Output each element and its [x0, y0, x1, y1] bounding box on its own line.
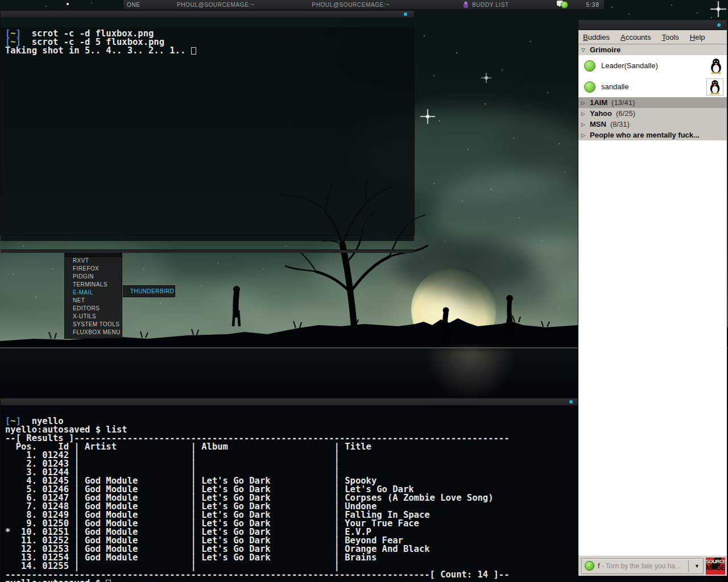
buddy-available-icon — [584, 60, 595, 72]
group-row-1aim[interactable]: ▷1AIM (13/41) — [578, 97, 727, 108]
taskbar-window-terminal-2[interactable]: PHOUL@SOURCEMAGE:~ — [283, 0, 418, 9]
buddy-list: ▽GrimoireLeader(Sandalle)sandalle▷1AIM (… — [578, 44, 727, 555]
menu-item-editors[interactable]: EDITORS — [65, 305, 122, 313]
group-count: (6/25) — [616, 109, 635, 118]
terminal-cursor — [106, 580, 111, 582]
wallpaper-moon-reflection — [428, 349, 513, 399]
window-button-icon[interactable] — [404, 13, 407, 16]
window-button-icon[interactable] — [569, 400, 573, 404]
menu-item-thunderbird[interactable]: THUNDERBIRD — [123, 288, 174, 296]
menubar-item-accounts[interactable]: Accounts — [621, 33, 651, 41]
group-row-yahoo[interactable]: ▷Yahoo (6/25) — [578, 108, 727, 119]
menu-item-net[interactable]: NET — [65, 297, 122, 305]
status-message: f - Torn by the fate you ha... — [598, 562, 685, 570]
terminal-window-top: [~] scrot -c -d fluxbox.png [~] scrot -c… — [0, 10, 415, 235]
menu-item-rxvt[interactable]: RXVT — [65, 257, 122, 265]
terminal-top-content[interactable]: [~] scrot -c -d fluxbox.png [~] scrot -c… — [1, 27, 414, 241]
terminal-cursor — [191, 47, 196, 55]
group-row-people-who-are-mentally-fuck-[interactable]: ▷People who are mentally fuck... — [578, 130, 727, 140]
terminal-top-titlebar[interactable] — [1, 11, 414, 18]
status-available-icon — [585, 561, 594, 571]
expander-closed-icon[interactable]: ▷ — [581, 100, 586, 106]
menu-item-e-mail[interactable]: E-MAIL — [65, 289, 122, 297]
fluxbox-submenu-email: THUNDERBIRD — [123, 285, 175, 297]
expander-closed-icon[interactable]: ▷ — [581, 111, 586, 117]
chevron-down-icon[interactable]: ▼ — [694, 563, 702, 569]
buddy-avatar-penguin-icon — [709, 58, 723, 74]
sourcemage-logo: SOURCE MAGE — [706, 558, 725, 575]
buddy-row-leader-sandalle-[interactable]: Leader(Sandalle) — [578, 55, 727, 76]
expander-closed-icon[interactable]: ▷ — [581, 132, 586, 138]
menu-item-x-utils[interactable]: X-UTILS — [65, 313, 122, 321]
wallpaper-person-left — [229, 285, 246, 328]
group-row-grimoire[interactable]: ▽Grimoire — [578, 44, 727, 55]
buddy-list-menubar: BuddiesAccountsToolsHelp — [578, 30, 727, 44]
taskbar-window-terminal-1[interactable]: PHOUL@SOURCEMAGE:~ — [148, 0, 283, 9]
terminal-window-bottom: [~] nyello nyello:autosaved $ list --[ R… — [0, 398, 578, 581]
expander-closed-icon[interactable]: ▷ — [581, 122, 586, 127]
group-count: (8/31) — [610, 120, 630, 128]
menu-item-fluxbox-menu[interactable]: FLUXBOX MENU — [65, 329, 122, 336]
taskbar-window-buddy-list[interactable]: BUDDY LIST — [418, 0, 553, 9]
status-selector[interactable]: f - Torn by the fate you ha... ▼ — [581, 558, 704, 574]
group-count: (13/41) — [611, 98, 635, 107]
wallpaper-person-right — [502, 294, 518, 341]
wallpaper-person-middle — [439, 307, 454, 342]
expander-open-icon[interactable]: ▽ — [581, 47, 586, 53]
buddy-name: Leader(Sandalle) — [601, 61, 703, 70]
tray-status-available-icon[interactable] — [561, 1, 568, 9]
menu-item-pidgin[interactable]: PIDGIN — [65, 273, 122, 281]
terminal-bottom-content[interactable]: [~] nyello nyello:autosaved $ list --[ R… — [1, 415, 578, 582]
fluxbox-toolbar: ONE PHOUL@SOURCEMAGE:~ PHOUL@SOURCEMAGE:… — [123, 0, 604, 10]
star-sparkle-icon — [710, 1, 726, 17]
terminal-bottom-titlebar[interactable] — [1, 398, 578, 406]
window-button-icon[interactable] — [717, 23, 721, 27]
star-sparkle-icon — [481, 73, 491, 83]
star-sparkle-icon — [420, 109, 435, 124]
group-row-msn[interactable]: ▷MSN (8/31) — [578, 119, 727, 130]
system-tray — [557, 0, 568, 9]
buddy-available-icon — [584, 81, 595, 93]
wallpaper-stars — [0, 0, 1, 1]
fluxbox-root-menu: RXVTFIREFOXPIDGINTERMINALSE-MAILNETEDITO… — [64, 253, 122, 339]
menu-item-terminals[interactable]: TERMINALS — [65, 281, 122, 289]
workspace-label[interactable]: ONE — [123, 2, 148, 8]
buddy-row-sandalle[interactable]: sandalle — [578, 76, 727, 97]
fluxbox-menu-items: RXVTFIREFOXPIDGINTERMINALSE-MAILNETEDITO… — [65, 257, 122, 336]
toolbar-clock: 5:38 — [576, 2, 604, 8]
menubar-item-tools[interactable]: Tools — [661, 33, 679, 41]
buddy-avatar-penguin-icon — [706, 78, 723, 95]
buddy-list-window: BuddiesAccountsToolsHelp ▽GrimoireLeader… — [578, 19, 727, 576]
buddy-list-titlebar[interactable] — [578, 20, 727, 30]
buddy-list-statusbar: f - Torn by the fate you ha... ▼ SOURCE … — [578, 555, 727, 576]
menubar-item-buddies[interactable]: Buddies — [583, 33, 610, 41]
pidgin-icon — [462, 1, 469, 9]
menu-item-firefox[interactable]: FIREFOX — [65, 265, 122, 273]
menu-item-system-tools[interactable]: SYSTEM TOOLS — [65, 321, 122, 329]
buddy-name: sandalle — [601, 82, 701, 91]
menubar-item-help[interactable]: Help — [690, 33, 705, 41]
